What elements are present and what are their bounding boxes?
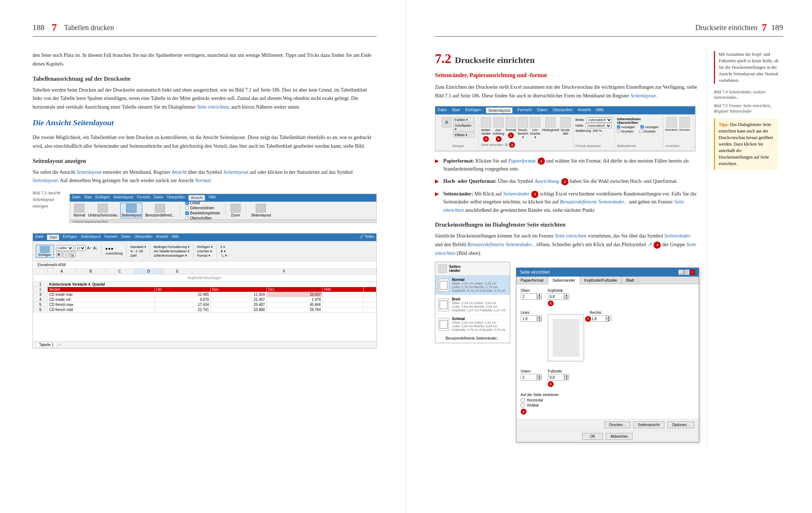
oben-input-wrap: ▲ ▼ — [521, 293, 542, 300]
unten-lbl: Unten: — [521, 369, 542, 373]
fusszeile-input[interactable] — [548, 374, 564, 380]
kopf-spin-up[interactable]: ▲ — [564, 293, 569, 297]
pfeil-link: ↗ — [647, 242, 652, 247]
underline-btn[interactable]: U — [70, 252, 76, 257]
seitenraender-btn: Seiten-ränder 3 — [481, 117, 491, 142]
rtab-ueber: Überprüfen — [553, 108, 573, 113]
col-c-header: C — [105, 269, 134, 274]
margin-normal[interactable]: Normal Oben: 1,91 cm Unten: 1,91 cm Link… — [435, 276, 510, 295]
dialog-tab-papier[interactable]: Papierformat — [516, 277, 548, 284]
row-num-2: 2 — [33, 287, 48, 292]
fuss-spin-down[interactable]: ▼ — [564, 377, 569, 380]
ausw-bereich-btn: Anordnen — [665, 117, 678, 131]
dialog-content: Oben: ▲ ▼ — [516, 284, 699, 419]
left-page: 188 7 Tabellen drucken den Seite noch Pl… — [0, 0, 406, 513]
vertikal-check[interactable] — [521, 403, 525, 407]
designs-small-btns: Farben ▾ Schriftarten ▾ Effekte ▾ — [453, 117, 475, 138]
ok-btn[interactable]: OK — [582, 433, 602, 440]
font-name-select[interactable]: Calibri — [56, 245, 73, 251]
margin-breit[interactable]: Breit Oben: 2,54 cm Unten: 2,54 cm Links… — [435, 295, 510, 315]
gitter-drucken-check[interactable] — [617, 130, 620, 133]
restore-btn[interactable]: □ — [684, 270, 689, 275]
arbeitsmappenansichten-label: Arbeitsmappenansichten — [70, 220, 376, 223]
rechts-spin-down[interactable]: ▼ — [606, 319, 611, 322]
links-spin-down[interactable]: ▼ — [537, 319, 542, 322]
gitternetz-option: Gitternetzlinien — [185, 206, 220, 210]
right-body1: Zum Einrichten der Druckseite stellt Exc… — [435, 83, 699, 100]
left-intro-para: den Seite noch Platz ist. In diesem Fall… — [33, 51, 377, 68]
designs-label: Designs — [452, 144, 464, 148]
seitenansicht-btn[interactable]: Seitenansicht — [633, 421, 664, 428]
drucken-dialog-btn[interactable]: Drucken... — [604, 421, 630, 428]
breite-select[interactable]: Automatisch — [586, 117, 612, 122]
seitenlayout-link3: Seitenlayout — [33, 178, 58, 183]
links-spin-up[interactable]: ▲ — [537, 315, 542, 319]
ausw-lbl: Anordnen — [665, 128, 678, 131]
oben-spin-up[interactable]: ▲ — [537, 293, 542, 297]
benutz-label: Benutzerdefined... — [145, 213, 174, 217]
seitenraender-icon — [481, 117, 491, 127]
tab2-datei: Datei — [35, 235, 43, 240]
gitternetz-check[interactable] — [185, 206, 189, 210]
links-input[interactable] — [521, 315, 537, 322]
dialog-tab-blatt[interactable]: Blatt — [622, 277, 639, 284]
tab2-teilen: 🔗 Teilen — [359, 235, 374, 240]
ausrichtung-label: ■ ■ ■ — [105, 247, 123, 251]
fig73-label: Bild 7.3 Ansicht Seitenlayout anzeigen — [33, 190, 60, 209]
col-b-header: B — [76, 269, 105, 274]
normal-kopf: Kopfzeile: 0,76 cm Fußzeile: 0,76 cm — [452, 289, 506, 293]
seite-einrichten-arrow[interactable]: ⧉ — [505, 142, 508, 147]
umbrueche-btn: Um-brüche ▾ — [530, 117, 541, 139]
close-btn[interactable]: × — [690, 270, 695, 275]
italic-btn[interactable]: I — [63, 252, 69, 257]
bearb-check[interactable] — [185, 211, 189, 215]
dialog-tab-seitenraender[interactable]: Seitenränder — [548, 277, 580, 284]
bold-btn[interactable]: B — [56, 252, 62, 257]
ueber-check[interactable] — [185, 216, 189, 220]
ueber-anzeigen-check[interactable] — [640, 125, 644, 129]
kopf-spin-down[interactable]: ▼ — [564, 297, 569, 300]
rechts-spin-up[interactable]: ▲ — [606, 315, 611, 319]
lineal-check[interactable] — [185, 201, 189, 205]
blattopt-checks: Anzeigen Anzeigen — [617, 125, 661, 129]
add-sheet-btn[interactable]: + — [58, 343, 60, 347]
unten-spin-down[interactable]: ▼ — [537, 377, 542, 380]
tab2-ansicht: Ansicht — [156, 235, 168, 240]
hoehe-select[interactable]: Automatisch — [585, 123, 612, 128]
unten-input[interactable] — [521, 374, 537, 380]
breit-oben: Oben: 2,54 cm Unten: 2,54 cm — [452, 301, 506, 305]
fuss-spin-up[interactable]: ▲ — [564, 374, 569, 377]
tab2-daten: Daten — [121, 235, 131, 240]
badge3: 3 — [483, 136, 489, 142]
abbrechen-btn[interactable]: Abbrechen — [606, 433, 633, 440]
font-size-select[interactable]: 11 — [75, 245, 86, 251]
margin-schmal[interactable]: Schmal Oben: 1,91 cm Unten: 1,91 cm Link… — [435, 315, 510, 334]
format: Format ▾ — [197, 254, 213, 257]
horizontal-check[interactable] — [521, 398, 525, 402]
ausrichtung-lbl: Aus-richtung — [493, 128, 504, 135]
rechts-input[interactable] — [590, 315, 606, 322]
margin-custom[interactable]: Benutzerdefinierte Seitenränder... — [435, 334, 510, 343]
unten-spin-up[interactable]: ▲ — [537, 374, 542, 377]
table-row-header: 2 Modell Okt Nov Dez Hilfe — [33, 287, 376, 292]
rechts-input-wrap: ▲ ▼ — [590, 315, 611, 322]
dialog-tab-kopfzeile[interactable]: Kopfzeile/Fußzeile — [580, 277, 622, 284]
section72-heading: 7.2 Druckseite einrichten — [435, 51, 699, 66]
summe: Σ ▾ — [220, 245, 227, 249]
font-shrink-icon: A↓ — [93, 246, 98, 250]
row3-col2: 22.485 — [155, 292, 211, 297]
gitter-anzeigen-check[interactable] — [617, 125, 620, 129]
ribbon-anzeigen-group: Lineal Gitternetzlinien Bearbeitungsleis… — [185, 201, 220, 220]
tab-datei1: Datei — [72, 195, 80, 201]
oben-spin-down[interactable]: ▼ — [537, 297, 542, 300]
ueber-drucken-check[interactable] — [639, 130, 642, 133]
skalierung-lbl: Skalierung: 100 % — [575, 129, 602, 133]
dialog-fields-left: Oben: ▲ ▼ — [521, 289, 694, 415]
breit-kopf: Kopfzeile: 1,27 cm Fußzeile: 1,27 cm — [452, 308, 506, 312]
oben-input[interactable] — [521, 293, 537, 300]
kopfzeile-input[interactable] — [548, 293, 564, 300]
minimize-btn[interactable]: _ — [678, 270, 684, 275]
optionen-btn[interactable]: Optionen... — [667, 421, 694, 428]
right-layout: 7.2 Druckseite einrichten Seitenränder, … — [435, 51, 783, 448]
col-d-header: D — [134, 269, 163, 274]
